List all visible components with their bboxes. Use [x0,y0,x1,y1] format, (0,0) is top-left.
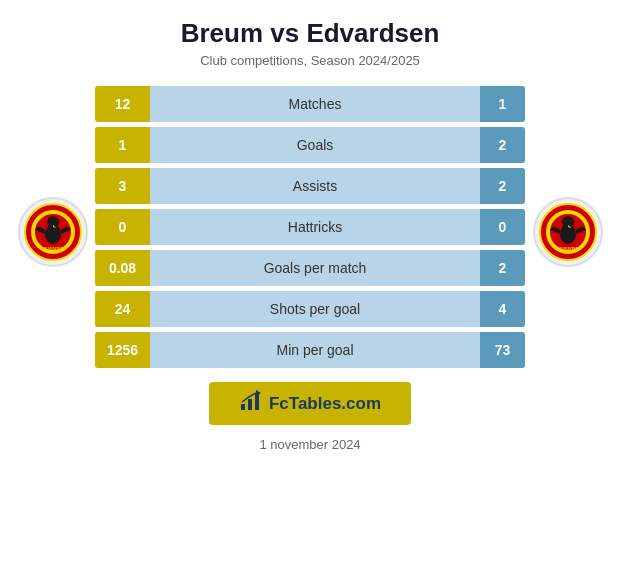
stat-right-value: 2 [480,168,525,204]
stat-label: Matches [150,96,480,112]
stat-row: 0Hattricks0 [95,209,525,245]
svg-text:DEVENTER: DEVENTER [557,246,579,251]
right-logo-circle: DEVENTER [533,197,603,267]
stat-label: Goals per match [150,260,480,276]
stat-right-value: 1 [480,86,525,122]
match-subtitle: Club competitions, Season 2024/2025 [200,53,420,68]
left-team-logo: DEVENTER [10,197,95,267]
svg-rect-13 [248,399,252,410]
stat-row: 12Matches1 [95,86,525,122]
stat-left-value: 0.08 [95,250,150,286]
stat-right-value: 73 [480,332,525,368]
page-container: Breum vs Edvardsen Club competitions, Se… [0,0,620,580]
left-logo-circle: DEVENTER [18,197,88,267]
stat-label: Goals [150,137,480,153]
comparison-area: DEVENTER 12Matches11Goals23Assists20Hatt… [10,86,610,368]
stat-label: Min per goal [150,342,480,358]
stats-container: 12Matches11Goals23Assists20Hattricks00.0… [95,86,525,368]
svg-rect-14 [255,394,259,410]
stat-row: 0.08Goals per match2 [95,250,525,286]
stat-row: 3Assists2 [95,168,525,204]
stat-right-value: 2 [480,250,525,286]
stat-row: 24Shots per goal4 [95,291,525,327]
stat-left-value: 3 [95,168,150,204]
stat-label: Shots per goal [150,301,480,317]
brand-text: FcTables.com [269,394,381,414]
stat-left-value: 12 [95,86,150,122]
stat-label: Hattricks [150,219,480,235]
brand-bar: FcTables.com [209,382,411,425]
stat-left-value: 1256 [95,332,150,368]
brand-icon [239,390,261,417]
stat-row: 1Goals2 [95,127,525,163]
stat-label: Assists [150,178,480,194]
stat-left-value: 0 [95,209,150,245]
match-date: 1 november 2024 [259,437,360,452]
stat-right-value: 4 [480,291,525,327]
right-team-logo: DEVENTER [525,197,610,267]
svg-rect-12 [241,404,245,410]
stat-left-value: 1 [95,127,150,163]
match-title: Breum vs Edvardsen [181,18,440,49]
svg-text:DEVENTER: DEVENTER [42,246,64,251]
stat-right-value: 0 [480,209,525,245]
stat-right-value: 2 [480,127,525,163]
stat-left-value: 24 [95,291,150,327]
stat-row: 1256Min per goal73 [95,332,525,368]
